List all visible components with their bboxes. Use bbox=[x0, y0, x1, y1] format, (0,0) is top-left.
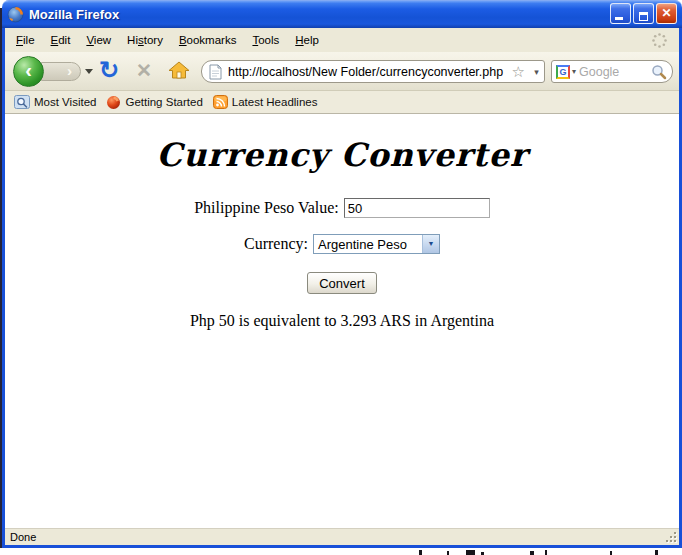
menu-tools[interactable]: Tools bbox=[244, 30, 287, 50]
minimize-button[interactable] bbox=[610, 3, 631, 24]
menu-bar: File Edit View History Bookmarks Tools H… bbox=[5, 28, 679, 52]
bookmark-star-icon[interactable]: ☆ bbox=[512, 61, 525, 82]
menu-history[interactable]: History bbox=[119, 30, 171, 50]
menu-edit[interactable]: Edit bbox=[43, 30, 79, 50]
forward-button[interactable]: › bbox=[41, 62, 81, 81]
firefox-window: Mozilla Firefox ✕ File Edit View History… bbox=[2, 0, 682, 548]
throbber-icon bbox=[651, 32, 668, 49]
background-window-artifact bbox=[466, 550, 475, 555]
stop-button[interactable]: ✕ bbox=[136, 59, 152, 82]
menu-bookmarks[interactable]: Bookmarks bbox=[171, 30, 245, 50]
currency-select[interactable]: Argentine Peso ▼ bbox=[313, 234, 440, 254]
background-window-artifact bbox=[545, 550, 547, 555]
most-visited-icon bbox=[14, 95, 30, 109]
url-bar[interactable]: ☆ ▾ bbox=[201, 60, 545, 83]
search-engine-dropdown-icon[interactable]: ▾ bbox=[572, 67, 576, 76]
minimize-icon bbox=[615, 17, 623, 20]
refresh-icon: ↻ bbox=[99, 56, 119, 83]
bookmark-latest-headlines[interactable]: Latest Headlines bbox=[209, 93, 324, 111]
window-body: File Edit View History Bookmarks Tools H… bbox=[2, 28, 682, 548]
page-title: Currency Converter bbox=[5, 136, 679, 174]
page-favicon-icon bbox=[209, 64, 222, 80]
forward-icon: › bbox=[67, 62, 72, 79]
maximize-button[interactable] bbox=[633, 3, 654, 24]
url-input[interactable] bbox=[228, 65, 508, 79]
google-engine-icon[interactable]: G bbox=[556, 65, 570, 79]
background-window-artifact bbox=[447, 551, 449, 555]
peso-row: Philippine Peso Value: bbox=[5, 198, 679, 218]
menu-help[interactable]: Help bbox=[287, 30, 327, 50]
peso-value-input[interactable] bbox=[344, 198, 490, 218]
firefox-logo-icon bbox=[7, 6, 24, 23]
desktop-screen: Mozilla Firefox ✕ File Edit View History… bbox=[0, 0, 682, 555]
currency-label: Currency: bbox=[244, 235, 308, 253]
background-window-artifact bbox=[655, 550, 658, 555]
stop-icon: ✕ bbox=[136, 60, 152, 81]
maximize-icon bbox=[639, 12, 648, 21]
status-bar: Done bbox=[5, 528, 679, 545]
page-content: Currency Converter Philippine Peso Value… bbox=[5, 114, 679, 528]
peso-label: Philippine Peso Value: bbox=[194, 199, 339, 217]
select-dropdown-button[interactable]: ▼ bbox=[422, 235, 439, 253]
navigation-toolbar: ‹ › ↻ ✕ bbox=[5, 52, 679, 91]
close-icon: ✕ bbox=[657, 4, 676, 23]
title-bar[interactable]: Mozilla Firefox ✕ bbox=[2, 0, 682, 28]
menu-file[interactable]: File bbox=[8, 30, 43, 50]
home-icon bbox=[168, 61, 190, 79]
refresh-button[interactable]: ↻ bbox=[99, 54, 119, 86]
bookmark-label: Latest Headlines bbox=[232, 96, 318, 108]
search-magnifier-icon[interactable] bbox=[651, 64, 667, 80]
menu-view[interactable]: View bbox=[78, 30, 119, 50]
back-button[interactable]: ‹ bbox=[13, 56, 44, 87]
bookmarks-toolbar: Most Visited bbox=[5, 91, 679, 114]
back-icon: ‹ bbox=[25, 59, 32, 82]
status-text: Done bbox=[10, 531, 36, 543]
currency-selected-value: Argentine Peso bbox=[314, 235, 422, 253]
firefox-icon bbox=[106, 95, 121, 110]
convert-button[interactable]: Convert bbox=[307, 272, 377, 294]
search-input[interactable] bbox=[579, 65, 651, 79]
window-title: Mozilla Firefox bbox=[29, 7, 119, 22]
background-window-artifact bbox=[419, 550, 422, 555]
currency-row: Currency: Argentine Peso ▼ bbox=[5, 234, 679, 254]
bookmark-label: Getting Started bbox=[125, 96, 202, 108]
background-window-artifact bbox=[530, 551, 534, 555]
url-dropdown-icon[interactable]: ▾ bbox=[529, 61, 544, 82]
window-controls: ✕ bbox=[610, 3, 677, 24]
bookmark-label: Most Visited bbox=[34, 96, 96, 108]
bookmark-most-visited[interactable]: Most Visited bbox=[10, 93, 102, 111]
background-window-artifact bbox=[610, 551, 612, 555]
close-button[interactable]: ✕ bbox=[656, 3, 677, 24]
history-dropdown-icon[interactable] bbox=[85, 69, 93, 74]
resize-grip[interactable] bbox=[664, 530, 678, 544]
home-button[interactable] bbox=[168, 61, 190, 79]
search-box[interactable]: G ▾ bbox=[551, 60, 673, 83]
conversion-result: Php 50 is equivalent to 3.293 ARS in Arg… bbox=[5, 312, 679, 330]
background-window-strip bbox=[0, 548, 682, 555]
rss-icon bbox=[213, 95, 228, 109]
bookmark-getting-started[interactable]: Getting Started bbox=[102, 93, 208, 112]
chevron-down-icon: ▼ bbox=[428, 240, 435, 248]
